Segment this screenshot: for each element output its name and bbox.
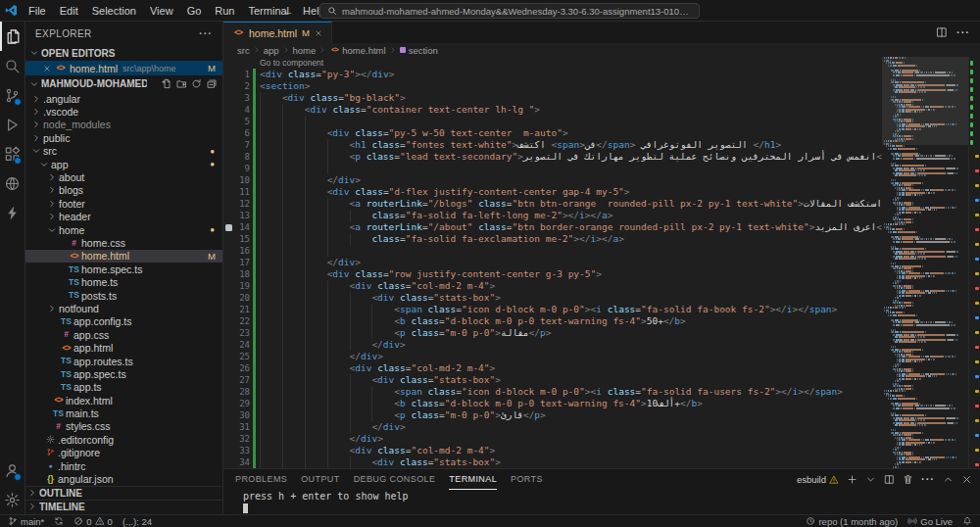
breadcrumb-src[interactable]: src — [237, 45, 250, 56]
branch-indicator[interactable]: main* — [8, 516, 44, 527]
forward-button[interactable]: → — [301, 5, 313, 17]
code-line-23[interactable]: 23<p class="m-0 p-0">مقالة</p> — [223, 327, 980, 339]
last-commit-indicator[interactable]: repo (1 month ago) — [806, 516, 898, 527]
tree-item-gitignore[interactable]: .gitignore — [25, 447, 222, 459]
tree-item-styles-css[interactable]: #styles.css — [25, 420, 222, 433]
minimap[interactable] — [882, 57, 968, 468]
sync-changes-button[interactable] — [54, 516, 64, 526]
tree-item-app-css[interactable]: #app.css — [25, 328, 222, 341]
tree-item-posts-ts[interactable]: TSposts.ts — [25, 289, 222, 302]
tree-item-header[interactable]: header — [25, 211, 222, 223]
timeline-section-header[interactable]: TIMELINE — [25, 500, 222, 513]
breadcrumb-home-html[interactable]: <>home.html — [329, 45, 385, 56]
tree-item-app-config-ts[interactable]: TSapp.config.ts — [25, 315, 222, 328]
code-line-25[interactable]: 25</div> — [223, 351, 980, 362]
split-editor-button[interactable] — [936, 26, 948, 38]
code-line-31[interactable]: 31</div> — [223, 421, 980, 433]
tree-item-angular-json[interactable]: {}angular.json — [25, 472, 222, 485]
code-line-9[interactable]: 9 — [223, 163, 980, 174]
menu-selection[interactable]: Selection — [85, 5, 143, 17]
tree-item-blogs[interactable]: blogs — [25, 184, 222, 197]
launch-profile-button[interactable] — [865, 474, 876, 485]
close-tab-icon[interactable] — [315, 29, 322, 37]
menu-view[interactable]: View — [143, 5, 180, 17]
tree-item-app-ts[interactable]: TSapp.ts — [25, 381, 222, 394]
problems-indicator[interactable]: 0 0 — [74, 516, 113, 527]
close-icon[interactable] — [41, 65, 53, 72]
tree-item-home-html[interactable]: <>home.htmlM — [25, 250, 222, 263]
code-line-13[interactable]: 13class="fa-solid fa-left-long me-2"></i… — [223, 210, 980, 221]
more-actions-button[interactable]: ··· — [921, 477, 935, 482]
activity-settings[interactable] — [0, 485, 24, 514]
code-line-33[interactable]: 33<div class="col-md-2 m-4"> — [223, 445, 980, 456]
collapse-folders-button[interactable] — [206, 78, 217, 89]
tree-item-footer[interactable]: footer — [25, 197, 222, 210]
go-live-button[interactable]: Go Live — [907, 516, 953, 527]
tree-item-src[interactable]: src● — [25, 145, 222, 158]
new-folder-button[interactable] — [176, 78, 187, 89]
kill-terminal-button[interactable] — [903, 474, 913, 485]
tree-item-editorconfig[interactable]: .editorconfig — [25, 433, 222, 446]
outline-section-header[interactable]: OUTLINE — [25, 486, 222, 500]
tree-item-app[interactable]: app● — [25, 158, 222, 170]
tree-item-main-ts[interactable]: TSmain.ts — [25, 407, 222, 419]
codelens-link[interactable]: Go to component — [260, 57, 323, 69]
code-line-15[interactable]: 15class="fa-solid fa-exclamation me-2"><… — [223, 233, 980, 245]
tree-item-node-modules[interactable]: node_modules — [25, 119, 222, 131]
cursor-position[interactable]: (.,.): 24 — [122, 516, 152, 527]
search-box[interactable]: mahmoud-mohamed-ahmed-Monday&&Wednesday-… — [319, 3, 700, 19]
activity-extensions[interactable] — [0, 139, 24, 168]
code-line-10[interactable]: 10</div> — [223, 174, 980, 186]
tree-item-home-spec-ts[interactable]: TShome.spec.ts — [25, 263, 222, 275]
close-panel-button[interactable] — [961, 474, 972, 485]
explorer-more-actions-button[interactable]: ··· — [199, 31, 213, 36]
new-terminal-button[interactable] — [847, 474, 858, 485]
tab-home-html[interactable]: <> home.html M — [223, 22, 332, 43]
code-line-16[interactable]: 16 — [223, 245, 980, 257]
breadcrumb-app[interactable]: app — [264, 45, 279, 56]
tree-item-home-css[interactable]: #home.css — [25, 236, 222, 249]
activity-remote[interactable] — [0, 168, 24, 198]
panel-tab-debug-console[interactable]: DEBUG CONSOLE — [354, 469, 436, 490]
tree-item-notfound[interactable]: notfound — [25, 302, 222, 314]
code-line-1[interactable]: 1<div class="py-3"></div> — [223, 69, 980, 80]
code-line-11[interactable]: 11<div class="d-flex justify-content-cen… — [223, 186, 980, 198]
minimap-slider[interactable] — [882, 57, 968, 145]
code-line-32[interactable]: 32</div> — [223, 433, 980, 445]
tree-item-public[interactable]: public — [25, 131, 222, 144]
open-editor-home-html[interactable]: <>home.htmlsrc\app\homeM — [25, 61, 222, 75]
panel-tab-problems[interactable]: PROBLEMS — [235, 469, 287, 490]
breadcrumb-section[interactable]: section — [400, 45, 438, 56]
code-line-2[interactable]: 2<section> — [223, 80, 980, 92]
code-line-3[interactable]: 3<div class="bg-black"> — [223, 92, 980, 104]
more-actions-button[interactable]: ··· — [956, 30, 970, 35]
gutter-marker[interactable] — [225, 224, 232, 231]
activity-run-debug[interactable] — [0, 110, 24, 139]
tree-item-vscode[interactable]: .vscode — [25, 105, 222, 118]
tree-item-home-ts[interactable]: TShome.ts — [25, 275, 222, 288]
activity-search[interactable] — [0, 51, 24, 80]
code-line-24[interactable]: 24</div> — [223, 339, 980, 351]
code-line-22[interactable]: 22<b class="d-block m-0 p-0 text-warning… — [223, 315, 980, 327]
menu-edit[interactable]: Edit — [53, 5, 85, 17]
project-root-header[interactable]: MAHMOUD-MOHAMED-AHME... — [25, 75, 222, 92]
split-terminal-button[interactable] — [884, 474, 895, 485]
code-line-8[interactable]: 8<p class="lead text-secondary">انغمس في… — [223, 151, 980, 163]
tree-item-app-html[interactable]: <>app.html — [25, 341, 222, 354]
panel-tab-terminal[interactable]: TERMINAL — [449, 469, 497, 490]
activity-explorer[interactable] — [0, 22, 24, 51]
activity-live[interactable] — [0, 198, 24, 227]
code-line-28[interactable]: 28<span class="icon d-block m-0 p-0"><i … — [223, 386, 980, 398]
panel-tab-ports[interactable]: PORTS — [511, 469, 543, 490]
code-line-7[interactable]: 7<h1 class="fontes text-white">اكتشف <sp… — [223, 139, 980, 151]
code-line-21[interactable]: 21<span class="icon d-block m-0 p-0"><i … — [223, 304, 980, 315]
code-line-20[interactable]: 20<div class="stats-box"> — [223, 292, 980, 304]
activity-source-control[interactable] — [0, 80, 24, 110]
code-line-17[interactable]: 17</div> — [223, 257, 980, 268]
tree-item-app-routes-ts[interactable]: TSapp.routes.ts — [25, 355, 222, 367]
refresh-explorer-button[interactable] — [191, 78, 202, 89]
open-editors-header[interactable]: OPEN EDITORS — [25, 45, 222, 61]
tree-item-app-spec-ts[interactable]: TSapp.spec.ts — [25, 367, 222, 380]
code-line-5[interactable]: 5 — [223, 116, 980, 127]
code-line-4[interactable]: 4<div class="container text-center lh-lg… — [223, 104, 980, 116]
